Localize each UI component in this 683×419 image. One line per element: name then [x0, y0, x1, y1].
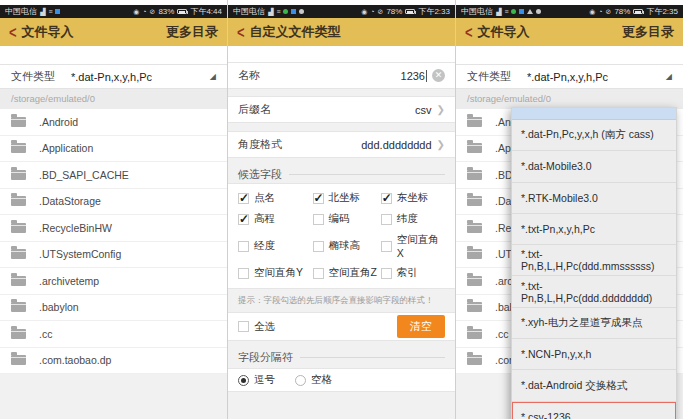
file-type-label: 文件类型	[467, 69, 511, 84]
checkbox-icon	[313, 241, 324, 252]
folder-row[interactable]: .Application	[0, 136, 227, 163]
battery-icon	[405, 9, 415, 14]
file-type-label: 文件类型	[11, 69, 55, 84]
folder-icon	[467, 170, 482, 180]
suffix-value: csv	[415, 104, 432, 116]
status-bar: 中国电信 ▟ ≡ ◉ ◔ ⊘ 78% 下午2:35	[456, 5, 683, 18]
more-directories-button[interactable]: 更多目录	[166, 23, 218, 41]
checkbox-label: 高程	[254, 212, 275, 226]
battery-percent: 83%	[158, 7, 174, 16]
dropdown-list: *.dat-Pn,Pc,y,x,h (南方 cass) *.dat-Mobile…	[512, 120, 676, 419]
page-title: 自定义文件类型	[250, 23, 341, 41]
angle-format-row[interactable]: 角度格式 ddd.dddddddd ❯	[228, 131, 455, 158]
separator-radio[interactable]: 逗号	[238, 373, 275, 387]
folder-name: .com.taobao.dp	[39, 354, 111, 366]
folder-row[interactable]: .DataStorage	[0, 189, 227, 216]
select-all-checkbox[interactable]: 全选	[238, 320, 275, 334]
checkbox-label: 空间直角Z	[329, 266, 377, 280]
dropdown-item[interactable]: *.dat-Pn,Pc,y,x,h (南方 cass)	[512, 120, 676, 151]
panel-custom-file-type: 中国电信 ▟ ≡ ◉ ◔ ⊘ 78% 下午2:33 < 自定义文件类型 名称	[227, 0, 455, 419]
folder-row[interactable]: .babylon	[0, 295, 227, 322]
folder-icon	[467, 143, 482, 153]
dropdown-item[interactable]: *.txt-Pn,B,L,H,Pc(ddd.dddddddd)	[512, 276, 676, 307]
checkbox-label: 空间直角Y	[254, 266, 303, 280]
dropdown-item[interactable]: *.txt-Pn,x,y,h,Pc	[512, 214, 676, 245]
folder-icon	[11, 196, 26, 206]
dropdown-selected-item-partial[interactable]	[512, 108, 676, 120]
back-chevron-icon[interactable]: <	[465, 23, 473, 42]
signal-icon: ▟	[268, 8, 273, 15]
checkbox-icon	[313, 268, 324, 279]
dropdown-item[interactable]: *.NCN-Pn,y,x,h	[512, 339, 676, 370]
select-all-row: 全选 清空	[228, 312, 455, 341]
dropdown-item[interactable]: *.dat-Mobile3.0	[512, 151, 676, 182]
folder-icon	[11, 170, 26, 180]
folder-name: .archivetemp	[39, 275, 99, 287]
app-status-icon	[283, 9, 288, 14]
name-field-row[interactable]: 名称 1236 ✕	[228, 62, 455, 89]
back-chevron-icon[interactable]: <	[237, 23, 245, 42]
checkbox-icon	[381, 214, 392, 225]
folder-row[interactable]: .com.taobao.dp	[0, 348, 227, 375]
signal-icon: ▟	[40, 8, 45, 15]
name-input[interactable]: 1236	[401, 70, 425, 82]
folder-icon	[467, 196, 482, 206]
folder-icon	[11, 302, 26, 312]
candidate-fields-group: 点名 北坐标 东坐标 高程 编码 纬度	[228, 183, 455, 289]
field-checkbox[interactable]: 纬度	[381, 212, 445, 226]
field-checkbox[interactable]: 空间直角Z	[313, 266, 381, 280]
folder-row[interactable]: .archivetemp	[0, 268, 227, 295]
checkbox-icon	[313, 193, 324, 204]
folder-row[interactable]: .UTSystemConfig	[0, 242, 227, 269]
custom-type-form: 名称 1236 ✕ 后缀名 csv ❯ 角度格式 ddd.dddddddd ❯ …	[228, 62, 455, 419]
notification-icon	[55, 9, 60, 14]
field-checkbox[interactable]: 北坐标	[313, 191, 381, 205]
dropdown-item-label: *.RTK-Mobile3.0	[521, 192, 598, 204]
carrier-label: 中国电信	[233, 6, 265, 17]
folder-row[interactable]: .Android	[0, 109, 227, 136]
folder-row[interactable]: .cc	[0, 321, 227, 348]
dropdown-item[interactable]: *.xyh-电力之星道亨成果点	[512, 308, 676, 339]
field-checkbox[interactable]: 编码	[313, 212, 381, 226]
dropdown-item[interactable]: *.csv-1236	[512, 402, 676, 419]
text-cursor	[426, 70, 427, 82]
dropdown-item-label: *.txt-Pn,B,L,H,Pc(ddd.mmssssss)	[521, 248, 667, 272]
file-type-selector[interactable]: 文件类型 *.dat-Pn,x,y,h,Pc ◢	[456, 64, 683, 89]
checkbox-label: 点名	[254, 191, 275, 205]
clock-time: 下午2:35	[646, 6, 678, 17]
checkbox-label: 纬度	[397, 212, 418, 226]
order-hint-text: 提示：字段勾选的先后顺序会直接影响字段的样式！	[228, 289, 455, 312]
cloud-icon	[527, 9, 533, 14]
separator-section-title: 字段分隔符	[228, 348, 455, 366]
folder-name: .cc	[495, 328, 508, 340]
field-checkbox[interactable]: 空间直角X	[381, 233, 445, 259]
suffix-row[interactable]: 后缀名 csv ❯	[228, 96, 455, 123]
folder-icon	[467, 117, 482, 127]
field-checkbox[interactable]: 高程	[238, 212, 313, 226]
field-checkbox[interactable]: 点名	[238, 191, 313, 205]
more-directories-button[interactable]: 更多目录	[622, 23, 674, 41]
field-checkbox[interactable]: 东坐标	[381, 191, 445, 205]
field-checkbox[interactable]: 经度	[238, 233, 313, 259]
back-chevron-icon[interactable]: <	[9, 23, 17, 42]
checkbox-icon	[238, 241, 249, 252]
checkbox-label: 编码	[329, 212, 350, 226]
dropdown-item[interactable]: *.dat-Android 交换格式	[512, 370, 676, 401]
folder-icon	[11, 223, 26, 233]
field-checkbox[interactable]: 索引	[381, 266, 445, 280]
dropdown-item[interactable]: *.txt-Pn,B,L,H,Pc(ddd.mmssssss)	[512, 245, 676, 276]
clear-input-icon[interactable]: ✕	[432, 69, 445, 82]
clear-fields-button[interactable]: 清空	[397, 315, 445, 338]
file-type-selector[interactable]: 文件类型 *.dat-Pn,x,y,h,Pc ◢	[0, 64, 227, 89]
folder-icon	[11, 276, 26, 286]
radio-label: 空格	[311, 373, 332, 387]
mute-icon: ⊘	[606, 8, 612, 15]
folder-name: .RecycleBinHW	[39, 222, 112, 234]
folder-row[interactable]: .BD_SAPI_CACHE	[0, 162, 227, 189]
radio-icon	[295, 375, 306, 386]
separator-radio[interactable]: 空格	[295, 373, 332, 387]
field-checkbox[interactable]: 空间直角Y	[238, 266, 313, 280]
dropdown-item[interactable]: *.RTK-Mobile3.0	[512, 183, 676, 214]
field-checkbox[interactable]: 椭球高	[313, 233, 381, 259]
folder-row[interactable]: .RecycleBinHW	[0, 215, 227, 242]
